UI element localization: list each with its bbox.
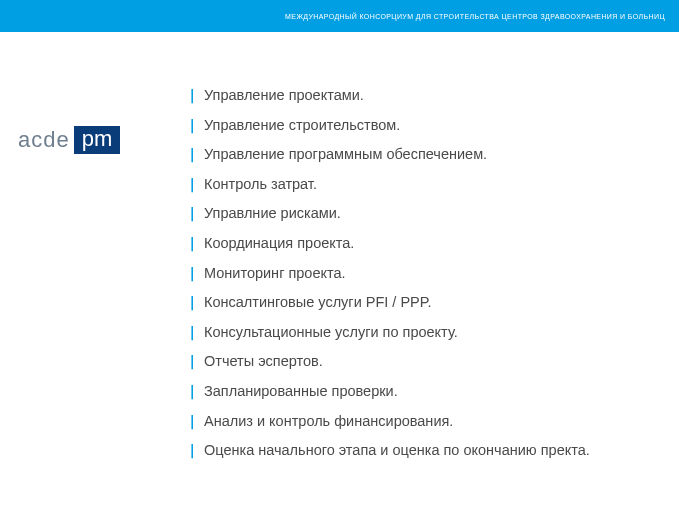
list-item: |Управление проектами. [188, 86, 649, 106]
list-item-text: Консалтинговые услуги PFI / PPP. [204, 293, 432, 313]
bullet-icon: | [188, 175, 204, 195]
list-item-text: Управление программным обеспечением. [204, 145, 487, 165]
list-item: |Управление программным обеспечением. [188, 145, 649, 165]
list-item-text: Управление проектами. [204, 86, 364, 106]
list-item: |Управлние рисками. [188, 204, 649, 224]
logo: acde pm [18, 126, 120, 154]
list-item-text: Управление строительством. [204, 116, 400, 136]
list-item-text: Контроль затрат. [204, 175, 317, 195]
list-item: |Мониторинг проекта. [188, 264, 649, 284]
list-item-text: Координация проекта. [204, 234, 354, 254]
list-item: |Консалтинговые услуги PFI / PPP. [188, 293, 649, 313]
list-item: |Консультационные услуги по проекту. [188, 323, 649, 343]
list-item-text: Отчеты эспертов. [204, 352, 323, 372]
list-item-text: Анализ и контроль финансирования. [204, 412, 453, 432]
bullet-icon: | [188, 441, 204, 461]
list-item: |Контроль затрат. [188, 175, 649, 195]
list-item: |Управление строительством. [188, 116, 649, 136]
list-item: |Отчеты эспертов. [188, 352, 649, 372]
bullet-icon: | [188, 293, 204, 313]
logo-text-pm: pm [74, 126, 121, 154]
header-bar: МЕЖДУНАРОДНЫЙ КОНСОРЦИУМ ДЛЯ СТРОИТЕЛЬСТ… [0, 0, 679, 32]
bullet-icon: | [188, 412, 204, 432]
list-item-text: Консультационные услуги по проекту. [204, 323, 458, 343]
list-item-text: Управлние рисками. [204, 204, 341, 224]
bullet-icon: | [188, 86, 204, 106]
bullet-icon: | [188, 382, 204, 402]
list-item: |Запланированные проверки. [188, 382, 649, 402]
bullet-icon: | [188, 323, 204, 343]
list-item-text: Мониторинг проекта. [204, 264, 346, 284]
list-item: |Анализ и контроль финансирования. [188, 412, 649, 432]
list-item-text: Запланированные проверки. [204, 382, 398, 402]
logo-text-acde: acde [18, 127, 70, 153]
bullet-icon: | [188, 234, 204, 254]
bullet-icon: | [188, 145, 204, 165]
list-item-text: Оценка начального этапа и оценка по окон… [204, 441, 590, 461]
list-item: |Координация проекта. [188, 234, 649, 254]
bullet-icon: | [188, 352, 204, 372]
list-item: |Оценка начального этапа и оценка по око… [188, 441, 649, 461]
content-area: |Управление проектами. |Управление строи… [188, 86, 649, 471]
header-title: МЕЖДУНАРОДНЫЙ КОНСОРЦИУМ ДЛЯ СТРОИТЕЛЬСТ… [285, 13, 665, 20]
bullet-icon: | [188, 204, 204, 224]
bullet-icon: | [188, 116, 204, 136]
services-list: |Управление проектами. |Управление строи… [188, 86, 649, 461]
bullet-icon: | [188, 264, 204, 284]
